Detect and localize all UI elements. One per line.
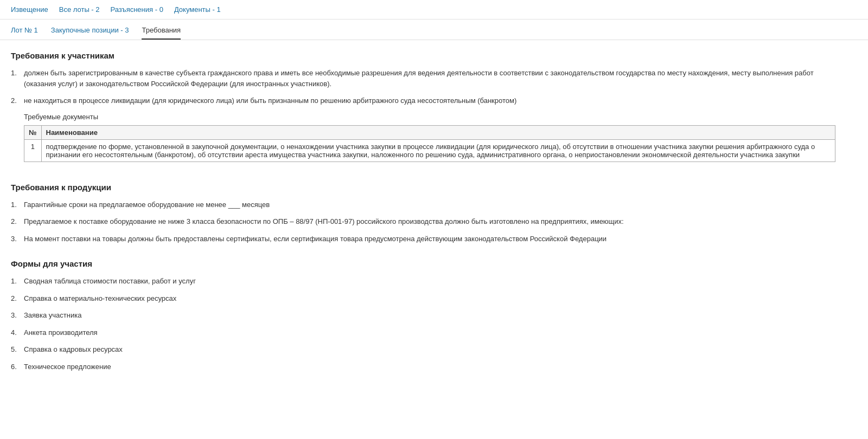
required-docs-table: № Наименование 1подтверждение по форме, … <box>24 125 835 162</box>
table-header-num: № <box>24 125 42 139</box>
lot-tab[interactable]: Лот № 1 <box>11 26 38 40</box>
list-text: Анкета производителя <box>24 327 98 338</box>
lot-tab[interactable]: Требования <box>142 26 181 40</box>
list-num: 3. <box>11 310 20 321</box>
top-nav-link[interactable]: Все лоты - 2 <box>59 5 100 14</box>
list-num: 2. <box>11 216 20 227</box>
top-nav-link[interactable]: Разъяснения - 0 <box>111 5 163 14</box>
list-num: 5. <box>11 344 20 355</box>
list-num: 2. <box>11 95 20 106</box>
list-item: 3.На момент поставки на товары должны бы… <box>11 234 835 244</box>
forms-title: Формы для участия <box>11 259 835 268</box>
forms-section: Формы для участия 1.Сводная таблица стои… <box>11 259 835 372</box>
list-num: 1. <box>11 276 20 287</box>
list-item: 2.Справка о материально-технических ресу… <box>11 293 835 304</box>
list-text: Гарантийные сроки на предлагаемое оборуд… <box>24 199 270 210</box>
list-text: не находиться в процессе ликвидации (для… <box>24 95 516 106</box>
list-text: должен быть зарегистрированным в качеств… <box>24 68 835 89</box>
table-body: 1подтверждение по форме, установленной в… <box>24 139 835 162</box>
list-item: 5.Справка о кадровых ресурсах <box>11 344 835 355</box>
list-item: 1.Гарантийные сроки на предлагаемое обор… <box>11 199 835 210</box>
list-num: 6. <box>11 361 20 372</box>
products-section: Требования к продукции 1.Гарантийные сро… <box>11 183 835 244</box>
list-text: Справка о материально-технических ресурс… <box>24 293 176 304</box>
participants-section: Требования к участникам 1.должен быть за… <box>11 51 835 162</box>
list-num: 3. <box>11 234 20 244</box>
table-header-name: Наименование <box>41 125 835 139</box>
list-item: 4.Анкета производителя <box>11 327 835 338</box>
list-item: 1.должен быть зарегистрированным в качес… <box>11 68 835 89</box>
top-nav-link[interactable]: Извещение <box>11 5 48 14</box>
required-docs-label: Требуемые документы <box>24 113 835 121</box>
participants-title: Требования к участникам <box>11 51 835 60</box>
list-item: 2.не находиться в процессе ликвидации (д… <box>11 95 835 106</box>
list-text: На момент поставки на товары должны быть… <box>24 234 607 244</box>
list-item: 1.Сводная таблица стоимости поставки, ра… <box>11 276 835 287</box>
lot-tabs: Лот № 1Закупочные позиции - 3Требования <box>0 20 868 40</box>
list-text: Заявка участника <box>24 310 81 321</box>
list-num: 4. <box>11 327 20 338</box>
list-item: 6.Техническое предложение <box>11 361 835 372</box>
list-text: Техническое предложение <box>24 361 111 372</box>
table-cell-num: 1 <box>24 139 42 162</box>
participants-list: 1.должен быть зарегистрированным в качес… <box>11 68 835 106</box>
list-num: 1. <box>11 68 20 89</box>
table-cell-name: подтверждение по форме, установленной в … <box>41 139 835 162</box>
forms-list: 1.Сводная таблица стоимости поставки, ра… <box>11 276 835 372</box>
list-num: 1. <box>11 199 20 210</box>
list-text: Предлагаемое к поставке оборудование не … <box>24 216 624 227</box>
list-text: Справка о кадровых ресурсах <box>24 344 123 355</box>
list-num: 2. <box>11 293 20 304</box>
table-row: 1подтверждение по форме, установленной в… <box>24 139 835 162</box>
list-text: Сводная таблица стоимости поставки, рабо… <box>24 276 196 287</box>
top-nav: ИзвещениеВсе лоты - 2Разъяснения - 0Доку… <box>0 0 868 20</box>
main-content: Требования к участникам 1.должен быть за… <box>0 40 846 398</box>
list-item: 3.Заявка участника <box>11 310 835 321</box>
products-list: 1.Гарантийные сроки на предлагаемое обор… <box>11 199 835 244</box>
list-item: 2.Предлагаемое к поставке оборудование н… <box>11 216 835 227</box>
lot-tab[interactable]: Закупочные позиции - 3 <box>51 26 129 40</box>
top-nav-link[interactable]: Документы - 1 <box>174 5 221 14</box>
products-title: Требования к продукции <box>11 183 835 192</box>
